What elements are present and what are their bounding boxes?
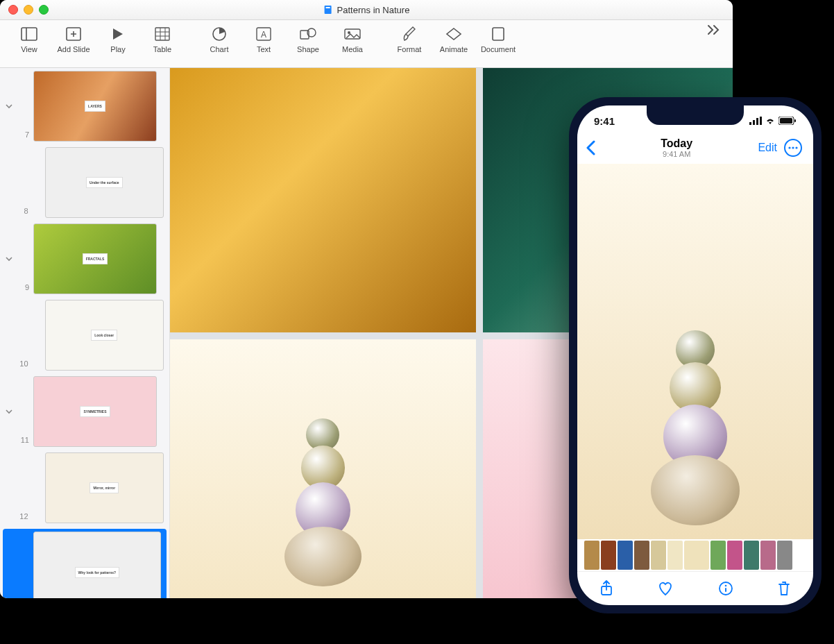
svg-rect-26 <box>794 119 796 122</box>
more-options-button[interactable] <box>784 139 802 157</box>
table-icon <box>153 24 172 44</box>
slide-preview: FRACTALS <box>33 223 157 294</box>
teal-leaf-texture[interactable] <box>170 339 476 598</box>
minimize-window-button[interactable] <box>24 5 33 15</box>
slide-preview: Why look for patterns? <box>33 532 161 598</box>
slide-thumbnail[interactable]: 9FRACTALS <box>0 221 169 297</box>
filmstrip-thumb[interactable] <box>618 541 633 570</box>
plus-square-icon <box>64 24 83 44</box>
text-button[interactable]: AText <box>241 24 286 53</box>
share-icon[interactable] <box>599 580 613 597</box>
play-icon <box>108 24 128 44</box>
slide-preview: Mirror, mirror <box>45 452 164 523</box>
svg-point-18 <box>348 31 350 34</box>
slide-thumbnail[interactable]: 8Under the surface <box>0 144 169 221</box>
slide-preview: Look closer <box>45 300 164 371</box>
honeycomb-with-bee[interactable] <box>170 68 476 332</box>
toolbar-label: Media <box>342 45 363 53</box>
photo-subtitle: 9:41 AM <box>661 150 692 158</box>
slide-thumbnail[interactable]: 12Mirror, mirror <box>0 450 169 526</box>
paintbrush-icon <box>400 24 419 44</box>
toolbar-label: Play <box>110 45 125 53</box>
filmstrip-thumb[interactable] <box>634 541 649 570</box>
svg-rect-20 <box>749 122 751 125</box>
svg-point-27 <box>788 146 790 149</box>
document-icon <box>488 24 508 44</box>
filmstrip-thumb[interactable] <box>727 541 742 570</box>
animate-button[interactable]: Animate <box>432 24 476 53</box>
toolbar: ViewAdd SlidePlayTableChartATextShapeMed… <box>0 20 733 68</box>
slide-navigator[interactable]: 7LAYERS8Under the surface9FRACTALS10Look… <box>0 68 170 598</box>
filmstrip-thumb[interactable] <box>684 541 709 570</box>
slide-number: 11 <box>15 436 29 447</box>
svg-rect-2 <box>22 28 37 40</box>
cellular-icon <box>749 117 762 125</box>
photo-filmstrip[interactable] <box>577 539 813 571</box>
filmstrip-thumb[interactable] <box>744 541 759 570</box>
svg-point-32 <box>724 585 726 587</box>
filmstrip-thumb[interactable] <box>777 541 792 570</box>
filmstrip-thumb[interactable] <box>651 541 666 570</box>
iphone-notch <box>647 105 744 125</box>
filmstrip-thumb[interactable] <box>601 541 616 570</box>
iphone-screen: 9:41 Today 9:41 AM Edit <box>577 105 813 605</box>
toolbar-label: Animate <box>440 45 468 53</box>
document-button[interactable]: Document <box>476 24 520 53</box>
photo-viewer[interactable] <box>577 164 813 539</box>
wifi-icon <box>765 117 776 125</box>
toolbar-label: Text <box>257 45 271 53</box>
filmstrip-thumb[interactable] <box>667 541 683 570</box>
view-button[interactable]: View <box>7 24 51 53</box>
urchin-shell <box>651 455 740 525</box>
info-icon[interactable] <box>718 581 733 596</box>
svg-rect-33 <box>725 588 726 592</box>
svg-rect-25 <box>780 118 792 124</box>
heart-icon[interactable] <box>657 581 674 596</box>
slide-number: 7 <box>15 130 29 142</box>
slide-thumbnail[interactable]: 7LAYERS <box>0 68 169 144</box>
close-window-button[interactable] <box>8 5 18 15</box>
text-box-icon: A <box>254 24 273 44</box>
edit-button[interactable]: Edit <box>758 142 777 154</box>
battery-icon <box>778 117 797 125</box>
photo-title: Today <box>661 137 692 150</box>
filmstrip-thumb[interactable] <box>584 541 599 570</box>
svg-rect-19 <box>493 28 504 40</box>
toolbar-label: Table <box>153 45 171 53</box>
filmstrip-thumb[interactable] <box>760 541 776 570</box>
slide-number: 12 <box>15 512 28 523</box>
format-button[interactable]: Format <box>387 24 432 53</box>
pie-chart-icon <box>210 24 229 44</box>
toolbar-overflow-button[interactable] <box>701 24 726 35</box>
shape-button[interactable]: Shape <box>286 24 330 53</box>
add-button[interactable]: Add Slide <box>51 24 96 53</box>
table-button[interactable]: Table <box>140 24 185 53</box>
collapse-toggle[interactable] <box>3 103 15 110</box>
window-titlebar: Patterns in Nature <box>0 0 733 20</box>
trash-icon[interactable] <box>777 580 791 597</box>
document-title: Patterns in Nature <box>337 5 410 15</box>
chart-button[interactable]: Chart <box>197 24 241 53</box>
media-button[interactable]: Media <box>330 24 375 53</box>
play-button[interactable]: Play <box>96 24 140 53</box>
shape-icon <box>298 24 318 44</box>
toolbar-label: Add Slide <box>57 45 90 53</box>
status-time: 9:41 <box>594 115 615 127</box>
slide-thumbnail[interactable]: 13Why look for patterns? <box>3 529 167 598</box>
zoom-window-button[interactable] <box>39 5 49 15</box>
slide-number: 9 <box>15 283 29 294</box>
keynote-doc-icon <box>323 5 333 15</box>
toolbar-label: Shape <box>297 45 319 53</box>
filmstrip-thumb[interactable] <box>710 541 726 570</box>
svg-text:A: A <box>261 30 266 40</box>
back-button[interactable] <box>586 140 595 155</box>
collapse-toggle[interactable] <box>3 255 15 262</box>
collapse-toggle[interactable] <box>3 408 15 415</box>
slide-preview: LAYERS <box>33 71 157 142</box>
slide-preview: Under the surface <box>45 147 164 218</box>
svg-rect-7 <box>155 28 169 40</box>
svg-rect-22 <box>756 118 758 125</box>
slide-thumbnail[interactable]: 10Look closer <box>0 297 169 373</box>
view-sidebar-icon <box>19 24 39 44</box>
slide-thumbnail[interactable]: 11SYMMETRIES <box>0 373 169 450</box>
